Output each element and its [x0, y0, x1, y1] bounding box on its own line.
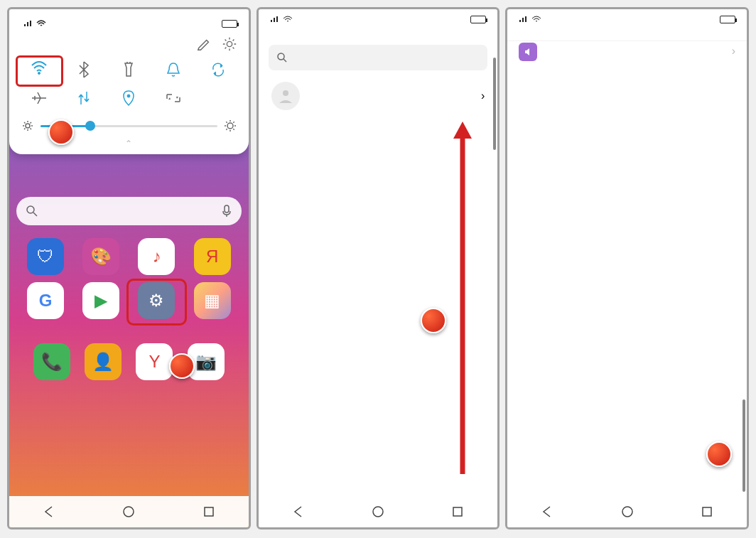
scrollbar[interactable]: [741, 52, 747, 496]
qs-tile-sound[interactable]: [152, 58, 195, 85]
app-yandex[interactable]: Я: [186, 238, 239, 278]
app-settings[interactable]: ⚙: [126, 279, 186, 326]
sound-icon: [519, 43, 537, 61]
qs-tile-bluetooth[interactable]: [63, 58, 106, 85]
avatar-icon: [271, 82, 300, 110]
svg-rect-12: [453, 507, 462, 516]
account-row[interactable]: ›: [259, 75, 498, 120]
wifi-icon: [31, 60, 48, 75]
wifi-status-icon: [531, 16, 541, 23]
search-icon: [277, 53, 287, 63]
nav-recents-icon[interactable]: [451, 505, 464, 518]
mic-icon[interactable]: [222, 205, 232, 217]
nav-home-icon[interactable]: [372, 505, 384, 518]
edit-icon[interactable]: [196, 36, 212, 52]
brightness-low-icon: [22, 120, 33, 131]
scroll-arrow-annotation: [452, 119, 495, 488]
qs-tile-location[interactable]: [107, 86, 151, 113]
signal-icon: [270, 16, 280, 23]
nav-back-icon[interactable]: [292, 505, 305, 518]
settings-item-partial[interactable]: ›: [507, 41, 747, 68]
svg-point-1: [38, 72, 40, 75]
search-icon: [26, 205, 38, 217]
battery-icon: [720, 16, 735, 23]
svg-point-4: [227, 123, 233, 129]
app-google[interactable]: G: [19, 282, 72, 322]
settings-search[interactable]: [269, 45, 488, 70]
nav-bar: [259, 496, 498, 527]
flashlight-icon: [123, 61, 134, 78]
svg-point-2: [127, 95, 130, 97]
qs-tile-airplane[interactable]: [18, 86, 61, 113]
page-title: [259, 29, 498, 45]
qs-tile-data[interactable]: [63, 86, 106, 113]
svg-point-14: [622, 507, 632, 517]
signal-icon: [23, 20, 33, 27]
dock-contacts[interactable]: 👤: [85, 343, 122, 380]
dock-browser[interactable]: Y: [136, 343, 173, 380]
app-grid: 🛡 🎨 ♪ Я G ▶ ⚙ ▦: [9, 238, 249, 322]
qs-tile-autorotate[interactable]: [197, 58, 240, 85]
step-marker-2: [169, 353, 195, 379]
phone-1: ⌃ 🛡 🎨 ♪ Я G ▶ ⚙ ▦ 📞 👤 Y: [7, 7, 251, 529]
battery-icon: [470, 16, 486, 23]
nav-back-icon[interactable]: [541, 505, 554, 518]
svg-point-7: [124, 507, 134, 517]
svg-point-5: [27, 206, 34, 213]
status-bar: [18, 14, 240, 33]
screenshot-icon: [166, 91, 181, 105]
location-icon: [122, 90, 135, 107]
svg-rect-8: [205, 507, 213, 516]
gear-icon[interactable]: [222, 36, 237, 52]
nav-home-icon[interactable]: [621, 505, 634, 518]
qs-tile-flashlight[interactable]: [107, 58, 151, 85]
bluetooth-icon: [79, 61, 89, 78]
step-marker-1: [48, 119, 74, 145]
app-music[interactable]: ♪: [130, 238, 183, 278]
svg-point-10: [283, 90, 288, 96]
wifi-status-icon: [283, 16, 293, 23]
status-bar: [259, 9, 498, 29]
signal-icon: [519, 16, 529, 23]
qs-tile-wifi[interactable]: [16, 55, 63, 87]
quick-settings-panel: ⌃: [9, 9, 249, 154]
autorotate-icon: [210, 62, 226, 77]
nav-back-icon[interactable]: [43, 505, 55, 518]
brightness-high-icon: [225, 120, 236, 131]
bell-icon: [166, 61, 180, 78]
app-phone-manager[interactable]: 🛡: [19, 238, 72, 278]
app-play-market[interactable]: ▶: [75, 282, 127, 322]
settings-list: [507, 68, 747, 496]
airplane-icon: [31, 91, 48, 105]
wifi-status-icon: [36, 20, 46, 28]
phone-2: ›: [256, 7, 500, 529]
svg-rect-6: [225, 205, 229, 212]
data-icon: [77, 90, 90, 106]
dock-phone[interactable]: 📞: [33, 343, 70, 380]
nav-bar: [507, 496, 747, 527]
qs-tile-screenshot[interactable]: [152, 86, 195, 113]
chevron-right-icon: ›: [732, 45, 735, 58]
svg-point-11: [373, 507, 383, 517]
nav-bar: [9, 496, 249, 527]
chevron-right-icon: ›: [481, 90, 485, 102]
step-marker-3: [421, 308, 446, 333]
svg-point-9: [278, 53, 284, 60]
app-gallery[interactable]: ▦: [186, 282, 239, 322]
svg-rect-15: [703, 507, 711, 516]
svg-point-0: [227, 41, 232, 46]
phone-3: ›: [505, 7, 749, 529]
nav-home-icon[interactable]: [122, 505, 135, 518]
home-search[interactable]: [16, 197, 242, 225]
nav-recents-icon[interactable]: [202, 505, 215, 518]
svg-point-3: [26, 124, 30, 128]
dock: 📞 👤 Y 📷: [9, 322, 249, 383]
battery-icon: [222, 20, 237, 28]
app-themes[interactable]: 🎨: [75, 238, 127, 278]
nav-recents-icon[interactable]: [701, 505, 713, 518]
status-bar: [507, 9, 747, 29]
